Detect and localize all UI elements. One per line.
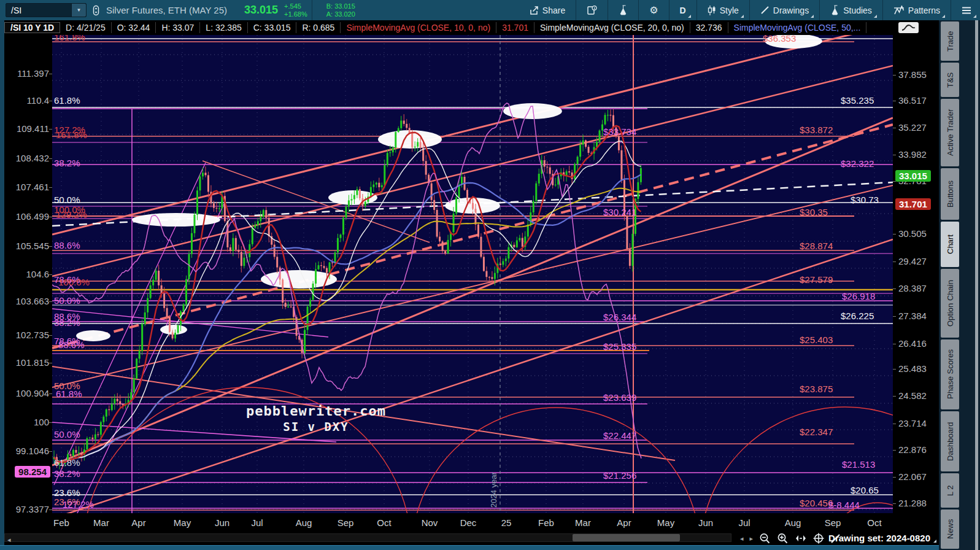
chart-plot-area[interactable]: pebblewriter.com SI v DXY 2024 year 161.… <box>52 35 893 513</box>
left-axis-tick-label: 101.815 <box>16 357 49 368</box>
sidebar-tab-buttons[interactable]: Buttons <box>941 168 959 220</box>
sidebar-tab-option-chain[interactable]: Option Chain <box>941 269 959 338</box>
toolbar-divider <box>951 0 951 20</box>
trend-line <box>52 366 675 460</box>
tick-mark <box>49 187 52 188</box>
chart-menu-button[interactable] <box>955 0 978 20</box>
tick-mark <box>49 246 52 247</box>
toolbar-divider <box>749 0 750 20</box>
window-bottom-edge <box>0 545 939 550</box>
right-axis-tick-label: 35.227 <box>898 122 927 133</box>
tick-mark <box>893 344 896 344</box>
right-axis-tick-label: 33.982 <box>898 149 927 160</box>
tick-mark <box>893 128 896 128</box>
tick-mark <box>49 74 52 74</box>
drawings-button[interactable]: Drawings <box>754 0 815 20</box>
symbol-value: /SI <box>6 6 71 15</box>
left-axis-tick-label: 104.6 <box>26 269 49 279</box>
sidebar-tab-trade[interactable]: Trade <box>941 21 959 61</box>
chart-header: /SI 10 Y 1D D: 4/21/25 O: 32.44 H: 33.07… <box>4 20 939 35</box>
gear-icon: ⚙ <box>649 6 658 15</box>
list-icon <box>962 6 971 15</box>
left-axis-tick-label: 109.411 <box>17 123 49 134</box>
sma10-study-label[interactable]: SimpleMovingAvg (CLOSE, 10, 0, no) <box>341 22 496 33</box>
style-button[interactable]: Style <box>701 0 745 20</box>
sma10-value: 31.701 <box>496 22 534 33</box>
sidebar-tab-dashboard[interactable]: Dashboard <box>941 411 959 471</box>
toolbar-divider <box>819 0 820 20</box>
link-icon[interactable] <box>91 5 100 16</box>
crosshair-icon[interactable] <box>813 533 824 544</box>
toolbar-divider <box>882 0 883 20</box>
tick-mark <box>49 301 52 302</box>
time-axis-month-label: Jul <box>738 517 750 528</box>
time-axis-month-label: Feb <box>538 517 554 528</box>
studies-beaker-icon <box>830 5 839 15</box>
sidebar-tab-phase-scores[interactable]: Phase Scores <box>941 339 959 409</box>
share-icon <box>529 6 539 15</box>
timeframe-button[interactable]: D <box>674 0 692 20</box>
settings-button[interactable]: ⚙ <box>643 0 664 20</box>
zoom-in-icon[interactable] <box>777 533 789 544</box>
right-axis-tick-label: 26.416 <box>898 338 927 349</box>
auto-scale-icon[interactable] <box>795 534 807 543</box>
highlight-ellipse <box>261 270 337 289</box>
patterns-button[interactable]: Patterns <box>887 0 946 20</box>
time-axis-month-label: Mar <box>93 517 109 528</box>
share-label: Share <box>542 6 565 15</box>
right-axis-tick-label: 29.427 <box>898 256 927 266</box>
time-axis-month-label: Apr <box>131 517 145 528</box>
drawing-set-selector[interactable]: Drawing set: 2024-0820 <box>828 533 930 543</box>
right-axis-tick-label: 21.288 <box>898 498 927 508</box>
share-button[interactable]: Share <box>523 0 571 20</box>
symbol-dropdown-button[interactable]: ▼ <box>71 4 86 17</box>
candlestick-icon <box>708 6 716 15</box>
left-axis-tick-label: 111.397 <box>17 68 49 79</box>
left-axis-tick-label: 107.461 <box>16 182 49 192</box>
sidebar-tab-l-2[interactable]: L 2 <box>941 473 959 508</box>
time-axis-month-label: Aug <box>296 517 312 528</box>
left-axis-tick-label: 108.432 <box>16 153 49 163</box>
sma20-study-label[interactable]: SimpleMovingAvg (CLOSE, 20, 0, no) <box>534 22 690 33</box>
price-change: +.545 +1.68% <box>284 2 307 18</box>
sidebar-tab-news[interactable]: News <box>941 509 959 549</box>
sma50-study-label[interactable]: SimpleMovingAvg (CLOSE, 50,... <box>728 22 867 33</box>
time-axis-month-label: Oct <box>867 517 881 528</box>
symbol-input[interactable]: /SI ▼ <box>6 3 87 17</box>
highlight-ellipse <box>76 330 110 341</box>
pan-left-icon[interactable]: ◂ <box>740 535 744 543</box>
toolbar-divider <box>576 0 576 20</box>
chart-footer-bar: ◂ ◂ ▸ Drawing set: 2024-0820 <box>4 532 939 545</box>
sidebar-tab-active-trader[interactable]: Active Trader <box>941 99 959 166</box>
chart-symbol-timeframe[interactable]: /SI 10 Y 1D <box>4 22 60 33</box>
sidebar-splitter[interactable] <box>975 20 978 550</box>
zoom-out-icon[interactable] <box>759 533 771 544</box>
pan-right-icon[interactable]: ▸ <box>749 535 753 543</box>
trend-line <box>52 239 893 513</box>
sidebar-tab-chart[interactable]: Chart <box>941 222 959 267</box>
right-sidebar: TradeT&SActive TraderButtonsChartOption … <box>939 20 980 550</box>
analyze-button[interactable] <box>612 0 634 20</box>
patterns-icon <box>893 6 905 15</box>
chart-mode-button[interactable] <box>898 22 919 33</box>
notes-button[interactable] <box>581 0 603 20</box>
left-price-axis[interactable]: 111.397110.4109.411108.432107.461106.499… <box>4 35 52 513</box>
right-price-axis[interactable]: 37.85536.51735.22733.98232.78130.50529.4… <box>893 35 939 513</box>
tick-mark <box>49 451 52 452</box>
beaker-icon <box>619 5 628 15</box>
sidebar-tab-column: TradeT&SActive TraderButtonsChartOption … <box>941 21 959 550</box>
scroll-left-icon[interactable]: ◂ <box>7 536 11 544</box>
time-axis[interactable]: FebMarAprMayJunJulAugSepOctNovDec25FebMa… <box>4 513 939 532</box>
horizontal-scrollbar[interactable]: ◂ <box>4 533 731 542</box>
tick-mark <box>49 274 52 275</box>
scrollbar-thumb[interactable] <box>573 534 680 541</box>
instrument-description: Silver Futures, ETH (MAY 25) <box>106 5 227 15</box>
last-price: 33.015 <box>244 4 278 17</box>
style-label: Style <box>720 6 739 15</box>
sma-value-badge: 31.701 <box>895 198 931 210</box>
sidebar-tab-t-s[interactable]: T&S <box>941 63 959 97</box>
studies-button[interactable]: Studies <box>824 0 878 20</box>
toolbar-buttons: Share ⚙ D Style <box>523 0 978 20</box>
change-value: +.545 <box>284 2 307 10</box>
right-axis-tick-label: 36.517 <box>898 95 927 106</box>
